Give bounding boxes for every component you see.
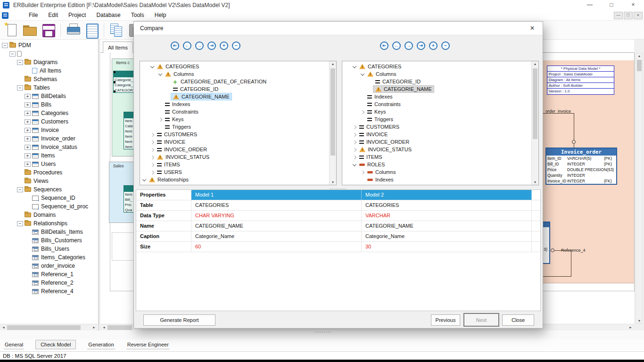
erd-table-partial[interactable] [543, 222, 550, 264]
compare-tree-node[interactable]: USERS [140, 168, 329, 176]
sidebar-tree-item[interactable]: order_invoice [0, 262, 98, 270]
compare-tree-node[interactable]: Indexes [342, 93, 531, 100]
compare-tree-node[interactable]: CATEGORIE_ID [342, 78, 531, 85]
tree-expander-icon[interactable] [157, 71, 163, 77]
compare-tree-node[interactable]: CUSTOMERS [342, 123, 531, 131]
sidebar-tree-item[interactable]: All Items [0, 66, 98, 75]
tree-node[interactable]: Relationships [147, 176, 190, 183]
tree-expander-icon[interactable] [149, 154, 155, 160]
tree-node[interactable]: INVOICE [357, 131, 389, 138]
compare-tree-node[interactable]: Indexes [140, 100, 329, 108]
sidebar-tree-item[interactable]: Relationships [0, 219, 98, 228]
mdi-minimize-icon[interactable]: — [614, 12, 623, 19]
tree-node[interactable]: CATEGORIES [155, 63, 201, 70]
previous-button[interactable]: Previous [431, 314, 460, 326]
tree-node[interactable]: Indexes [365, 176, 396, 183]
tree-expander-icon[interactable] [351, 132, 357, 137]
sidebar-tree-item[interactable]: Bills_Users [0, 245, 98, 253]
compare-tree-node[interactable]: CATEGORIE_NAME [342, 85, 531, 93]
tree-node[interactable]: Triggers [163, 123, 193, 130]
m2-nav-next-icon[interactable]: → [405, 41, 413, 50]
selection-handle[interactable] [113, 81, 116, 83]
compare-tree-node[interactable]: CATEGORIE_ID [140, 85, 329, 93]
tree-node[interactable]: Columns [163, 71, 196, 77]
scroll-up-icon[interactable]: ▲ [532, 62, 538, 66]
sidebar-tree-item[interactable]: PDM [0, 41, 98, 49]
output-tab[interactable]: Check Model [35, 340, 76, 349]
dialog-splitter-dots[interactable]: ········· [134, 186, 543, 191]
sidebar-tree-item[interactable]: BillDetails_Items [0, 228, 98, 236]
m2-expand-icon[interactable]: + [429, 41, 438, 50]
m1-nav-next-icon[interactable]: → [195, 41, 204, 50]
open-project-icon[interactable] [22, 23, 37, 38]
output-tab[interactable]: Reverse Engineer [126, 340, 170, 349]
compare-tree-node[interactable]: Constraints [140, 108, 329, 115]
tree-node[interactable]: Triggers [365, 116, 395, 123]
scroll-left-icon[interactable]: ◄ [2, 325, 5, 330]
sidebar-tree-item[interactable]: Reference_4 [0, 287, 98, 296]
tree-node[interactable]: Keys [365, 108, 388, 115]
tree-expander-icon[interactable] [25, 145, 31, 150]
mdi-close-icon[interactable]: × [634, 12, 643, 19]
tree-node[interactable]: CATEGORIE_DATE_OF_CREATION [171, 78, 268, 85]
sidebar-tree-item[interactable]: Sequences [0, 185, 98, 194]
tree-expander-icon[interactable] [17, 85, 23, 90]
save-icon[interactable] [41, 23, 56, 38]
scroll-right-icon[interactable]: ► [92, 325, 96, 330]
close-button[interactable]: Close [502, 314, 534, 326]
sidebar-tree-item[interactable]: Domains [0, 211, 98, 219]
tree-expander-icon[interactable] [25, 247, 31, 252]
tree-expander-icon[interactable] [25, 162, 31, 167]
scroll-thumb[interactable] [330, 68, 335, 156]
tree-expander-icon[interactable] [25, 280, 31, 286]
sidebar-tree-item[interactable]: Users [0, 160, 98, 168]
sidebar-tree-item[interactable]: BillDetails [0, 92, 98, 100]
tree-node[interactable]: CATEGORIES [357, 63, 403, 70]
compare-tree-node[interactable]: ITEMS [342, 153, 531, 161]
close-icon[interactable]: × [622, 0, 644, 10]
menu-item[interactable]: Help [149, 10, 172, 20]
minimize-icon[interactable]: — [579, 0, 601, 10]
tree-node[interactable]: Constraints [365, 101, 403, 107]
tree-expander-icon[interactable] [25, 68, 31, 74]
tree-expander-icon[interactable] [25, 128, 31, 133]
scroll-up-icon[interactable]: ▲ [636, 54, 643, 58]
tree-expander-icon[interactable] [25, 102, 31, 107]
compare-tree-node[interactable]: Relationships [140, 176, 329, 183]
scroll-thumb[interactable] [107, 325, 132, 330]
scroll-right-icon[interactable]: ► [629, 325, 632, 330]
compare-tree-node[interactable]: Keys [140, 115, 329, 123]
m2-collapse-icon[interactable]: − [441, 41, 450, 50]
tree-expander-icon[interactable] [359, 169, 365, 175]
sidebar-tree-item[interactable]: Bills_Customers [0, 236, 98, 245]
generate-report-button[interactable]: Generate Report [143, 314, 215, 326]
compare-tree-node[interactable]: ROLES [342, 161, 531, 168]
tree-node[interactable]: Columns [365, 71, 398, 77]
compare-tree-node[interactable]: Constraints [342, 100, 531, 108]
tree-expander-icon[interactable] [25, 94, 31, 99]
compare-tree-node[interactable]: CUSTOMERS [140, 131, 329, 138]
compare-tree-node[interactable]: CATEGORIES [140, 63, 329, 70]
tree-expander-icon[interactable] [9, 51, 16, 57]
tree-node[interactable]: INVOICE_ORDER [155, 146, 209, 153]
scroll-thumb[interactable] [7, 325, 81, 330]
tree-node[interactable]: CATEGORIE_ID [171, 86, 220, 92]
output-tab[interactable]: General [4, 340, 24, 349]
tree-node[interactable]: CUSTOMERS [357, 123, 401, 130]
tree-expander-icon[interactable] [17, 170, 23, 175]
tree-expander-icon[interactable] [25, 230, 31, 235]
compare-tree-node[interactable]: INVOICE [342, 131, 531, 138]
tree-expander-icon[interactable] [17, 77, 23, 82]
scroll-up-icon[interactable]: ▲ [330, 62, 336, 66]
print-icon[interactable] [66, 23, 81, 38]
sidebar-tree-item[interactable]: Items [0, 151, 98, 160]
new-file-icon[interactable] [4, 23, 19, 38]
copy-icon[interactable] [109, 23, 124, 38]
sidebar-tree-item[interactable]: Sequence_ID [0, 194, 98, 202]
sidebar-splitter[interactable] [99, 40, 99, 330]
menu-item[interactable]: Database [91, 10, 125, 20]
tree-expander-icon[interactable] [25, 196, 31, 201]
sidebar-tree-item[interactable]: Reference_2 [0, 279, 98, 287]
tree-expander-icon[interactable] [149, 162, 155, 167]
tree-expander-icon[interactable] [351, 139, 357, 145]
